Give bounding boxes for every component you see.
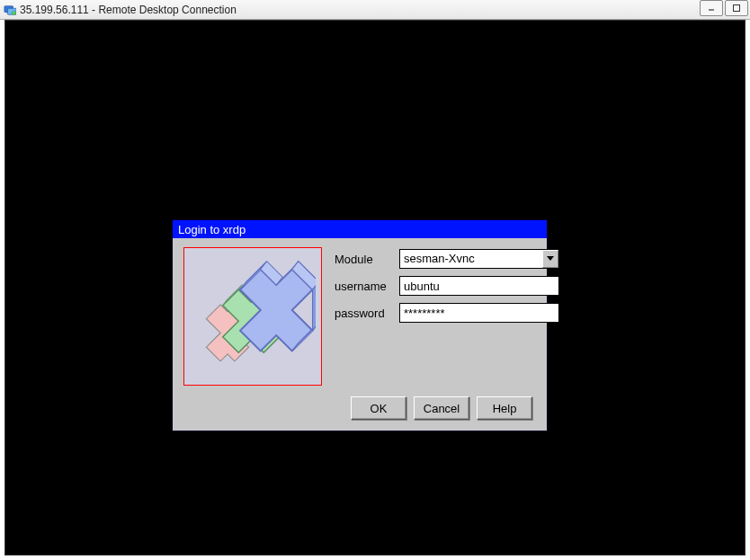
minimize-button[interactable]	[700, 0, 723, 16]
username-input[interactable]	[399, 276, 559, 296]
xrdp-logo-icon	[183, 247, 322, 386]
dialog-title-text: Login to xrdp	[178, 223, 246, 236]
password-input[interactable]	[399, 303, 559, 323]
window-controls	[700, 0, 748, 16]
dropdown-arrow-icon	[542, 250, 558, 268]
maximize-button[interactable]	[725, 0, 748, 16]
password-label: password	[335, 307, 399, 320]
svg-marker-5	[547, 256, 554, 261]
username-label: username	[335, 280, 399, 293]
window-title: 35.199.56.111 - Remote Desktop Connectio…	[20, 4, 237, 16]
help-button[interactable]: Help	[477, 396, 532, 420]
svg-point-2	[12, 11, 15, 14]
svg-rect-4	[734, 5, 740, 12]
module-select[interactable]: sesman-Xvnc	[399, 249, 559, 269]
rdp-app-icon	[4, 4, 16, 16]
module-label: Module	[335, 253, 399, 266]
remote-desktop-viewport: Login to xrdp	[4, 20, 746, 556]
dialog-title: Login to xrdp	[173, 220, 547, 238]
module-select-value: sesman-Xvnc	[399, 249, 559, 269]
dialog-button-row: OK Cancel Help	[183, 396, 536, 420]
dialog-body: Module sesman-Xvnc username	[173, 238, 547, 431]
cancel-button[interactable]: Cancel	[414, 396, 469, 420]
titlebar: 35.199.56.111 - Remote Desktop Connectio…	[0, 0, 750, 20]
login-form: Module sesman-Xvnc username	[335, 247, 559, 386]
ok-button[interactable]: OK	[351, 396, 406, 420]
app-frame: 35.199.56.111 - Remote Desktop Connectio…	[0, 0, 750, 560]
xrdp-login-dialog: Login to xrdp	[172, 219, 548, 431]
